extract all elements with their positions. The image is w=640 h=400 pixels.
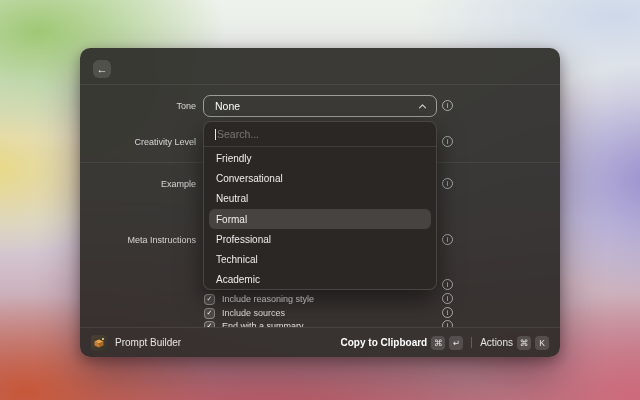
dropdown-option[interactable]: Friendly — [204, 148, 436, 168]
action-label: Actions — [480, 337, 513, 348]
enter-key-icon: ↵ — [449, 336, 463, 350]
creativity-level-label: Creativity Level — [80, 136, 196, 148]
back-button[interactable]: ← — [93, 60, 111, 78]
dropdown-option[interactable]: Academic — [204, 270, 436, 290]
text-cursor — [215, 129, 216, 140]
info-icon[interactable]: i — [442, 100, 453, 111]
cmd-key-icon: ⌘ — [517, 336, 531, 350]
back-arrow-icon: ← — [97, 63, 108, 75]
info-icon[interactable]: i — [442, 293, 453, 304]
tone-selected-value: None — [215, 100, 418, 112]
prompt-builder-app-icon — [91, 335, 107, 351]
window-header: ← — [80, 48, 560, 85]
k-key-icon: K — [535, 336, 549, 350]
copy-to-clipboard-button[interactable]: Copy to Clipboard ⌘ ↵ — [341, 336, 464, 350]
info-icon[interactable]: i — [442, 320, 453, 327]
checkbox-end-with-summary[interactable]: ✓ End with a summary — [204, 320, 304, 327]
dropdown-search-input[interactable]: Search... — [204, 122, 436, 147]
tone-select[interactable]: None — [203, 95, 437, 117]
dropdown-option[interactable]: Professional — [204, 229, 436, 249]
dropdown-option-selected[interactable]: Formal — [209, 209, 431, 229]
meta-instructions-label: Meta Instructions — [80, 234, 196, 246]
checkbox-label: Include sources — [222, 308, 285, 318]
example-label: Example — [80, 178, 196, 190]
dropdown-option[interactable]: Technical — [204, 249, 436, 269]
form-body: Tone None i Creativity Level i Example i… — [80, 85, 560, 327]
dropdown-option-list: Friendly Conversational Neutral Formal P… — [204, 147, 436, 290]
checkbox-include-sources[interactable]: ✓ Include sources — [204, 307, 285, 319]
checkbox-checked-icon: ✓ — [204, 308, 215, 319]
tone-dropdown-panel: Search... Friendly Conversational Neutra… — [203, 121, 437, 290]
dropdown-option[interactable]: Neutral — [204, 189, 436, 209]
chevron-up-icon — [418, 102, 427, 111]
footer-divider — [471, 337, 472, 348]
info-icon[interactable]: i — [442, 136, 453, 147]
window-footer: Prompt Builder Copy to Clipboard ⌘ ↵ Act… — [80, 327, 560, 357]
tone-label: Tone — [80, 100, 196, 112]
info-icon[interactable]: i — [442, 178, 453, 189]
checkbox-include-reasoning-style[interactable]: ✓ Include reasoning style — [204, 293, 314, 305]
check-icon: ✓ — [207, 309, 213, 317]
checkbox-checked-icon: ✓ — [204, 294, 215, 305]
actions-button[interactable]: Actions ⌘ K — [480, 336, 549, 350]
app-window: ← Tone None i Creativity Level i Example… — [80, 48, 560, 357]
cmd-key-icon: ⌘ — [431, 336, 445, 350]
search-placeholder: Search... — [217, 128, 259, 140]
app-name: Prompt Builder — [115, 337, 181, 348]
desktop-background: ← Tone None i Creativity Level i Example… — [0, 0, 640, 400]
check-icon: ✓ — [207, 295, 213, 303]
action-label: Copy to Clipboard — [341, 337, 428, 348]
checkbox-label: Include reasoning style — [222, 294, 314, 304]
info-icon[interactable]: i — [442, 279, 453, 290]
info-icon[interactable]: i — [442, 307, 453, 318]
dropdown-option[interactable]: Conversational — [204, 168, 436, 188]
info-icon[interactable]: i — [442, 234, 453, 245]
